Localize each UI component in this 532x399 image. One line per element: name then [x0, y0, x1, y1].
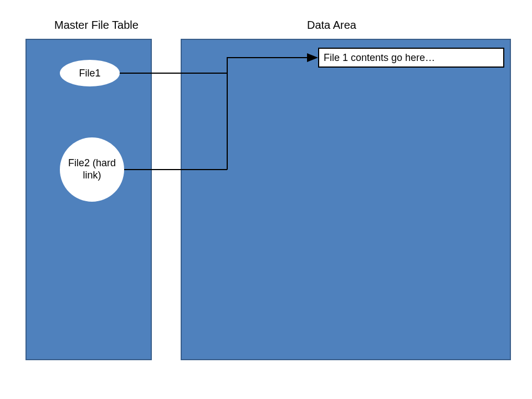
file2-text: File2 (hard link)	[64, 157, 120, 181]
data-area-label: Data Area	[307, 19, 356, 32]
file-contents-box: File 1 contents go here…	[318, 48, 504, 68]
data-area-box	[181, 39, 511, 360]
file1-text: File1	[79, 68, 100, 79]
file2-node: File2 (hard link)	[60, 137, 124, 202]
file1-node: File1	[60, 60, 120, 86]
mft-label: Master File Table	[54, 19, 139, 32]
file-contents-text: File 1 contents go here…	[324, 52, 435, 64]
